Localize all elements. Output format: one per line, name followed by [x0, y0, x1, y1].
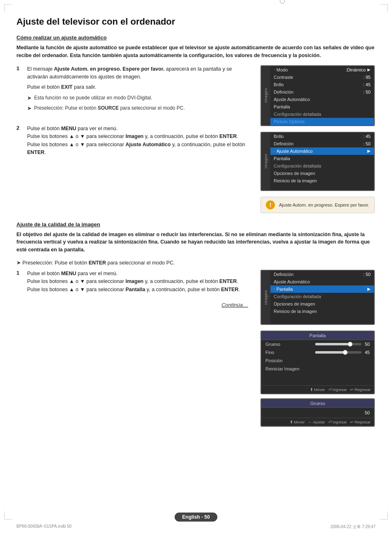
tv3-label-ajuste: Ajuste Automático — [274, 279, 371, 284]
section2-left-col: 1 Pulse el botón MENU para ver el menú. … — [16, 270, 252, 427]
section1: Cómo realizar un ajuste automático Media… — [16, 34, 376, 213]
note1-text: Esta función no se puede utilizar en mod… — [34, 94, 152, 102]
pantalla-label-reiniciar: Reiniciar Imagen — [265, 366, 370, 371]
step1-content: El mensaje Ajuste Autom. en progreso. Es… — [27, 65, 252, 113]
footer-file-left: BP68-00658A~01SPA.indb 50 — [16, 524, 71, 530]
slider-fill-fino — [315, 351, 345, 354]
pantalla-label-grueso: Grueso — [265, 342, 312, 347]
section2: Ajuste de la calidad de la imagen El obj… — [16, 221, 376, 427]
slider-thumb-fino — [343, 350, 348, 355]
tv1-row-definicion: Definición : 50 — [270, 88, 374, 96]
tv1-label-modo: Modo — [277, 67, 346, 72]
tv1-row-modo: · Modo :Dinámico ▶ — [270, 66, 374, 74]
tv1-label-config: Configuración detallada — [274, 112, 371, 117]
section1-two-col: 1 El mensaje Ajuste Autom. en progreso. … — [16, 65, 376, 213]
section1-right-col: Imagen · Modo :Dinámico ▶ Contrast — [261, 65, 376, 213]
step1-note1: ➤ Esta función no se puede utilizar en m… — [27, 94, 252, 102]
nav-regresar: ↩ Regresar — [350, 387, 371, 392]
section2-step1: 1 Pulse el botón MENU para ver el menú. … — [16, 270, 252, 294]
section2-step1-num: 1 — [16, 270, 23, 294]
tv-menu-screenshot-2: Imagen Brillo : 45 Definición : 50 — [261, 132, 375, 191]
continua-label: Continúa… — [16, 302, 248, 308]
tv1-label-ajuste: Ajuste Automático — [274, 97, 371, 102]
tv2-bullet-ajuste: · — [274, 149, 275, 153]
tv1-row-config: Configuración detallada — [270, 110, 374, 118]
tv2-row-ajuste: · Ajuste Automático ▶ — [270, 147, 374, 155]
section2-two-col: 1 Pulse el botón MENU para ver el menú. … — [16, 270, 376, 427]
section1-step2: 2 Pulse el botón MENU para ver el menú. … — [16, 125, 252, 157]
tv1-row-ajuste: Ajuste Automático — [270, 96, 374, 103]
tv3-value-definicion: : 50 — [363, 272, 371, 277]
pantalla-menu-title: Pantalla — [261, 331, 374, 340]
tv1-label-definicion: Definición — [274, 90, 363, 94]
grueso-slider-row: 50 — [261, 408, 374, 418]
tv2-label-opciones: Opciones de imagen — [274, 171, 371, 176]
pantalla-submenu: Pantalla Grueso 50 Fino — [261, 331, 375, 394]
tv3-label-reinicio: Reinicio de la imagen — [274, 309, 371, 314]
grueso-nav-ingresar: ⏎ Ingresar — [328, 420, 347, 424]
pantalla-row-fino: Fino 45 — [261, 348, 374, 356]
section2-bold-paragraph: El objetivo del ajuste de la calidad de … — [16, 231, 376, 254]
slider-thumb-grueso — [348, 342, 353, 347]
tv1-label-contraste: Contraste — [274, 75, 363, 80]
slider-fill-grueso — [315, 343, 350, 345]
tv2-label-ajuste: Ajuste Automático — [277, 149, 366, 154]
tv3-row-pantalla: · Pantalla ▶ — [270, 285, 374, 293]
tv1-label-pantalla: Pantalla — [274, 104, 371, 109]
tv2-row-opciones: Opciones de imagen — [270, 170, 374, 177]
section2-step1-line1: Pulse el botón MENU para ver el menú. — [27, 270, 252, 278]
step2-num: 2 — [16, 125, 23, 157]
nav-ingresar: ⏎ Ingresar — [328, 387, 347, 392]
section2-note1: ➤ Preselección: Pulse el botón ENTER par… — [16, 260, 376, 266]
tv1-row-picture: Picture Options — [270, 118, 374, 125]
step2-line2: Pulse los botones ▲ o ▼ para seleccionar… — [27, 133, 252, 140]
section1-bold-paragraph: Mediante la función de ajuste automático… — [16, 44, 376, 60]
tv2-row-reinicio: Reinicio de la imagen — [270, 177, 374, 184]
tv1-label-brillo: Brillo — [274, 82, 363, 87]
step1-exit-bold: EXIT — [61, 84, 73, 90]
page-title: Ajuste del televisor con el ordenador — [16, 16, 376, 27]
tv1-arrow-modo: ▶ — [367, 67, 371, 72]
step1-num: 1 — [16, 65, 23, 113]
tv3-row-config: Configuración detallada — [270, 293, 374, 300]
tv2-row-config: Configuración detallada — [270, 162, 374, 170]
tv3-menu-area: Definición : 50 Ajuste Automático · Pant… — [270, 271, 374, 324]
tv1-value-contraste: : 95 — [363, 75, 371, 80]
tv3-label-config: Configuración detallada — [274, 294, 371, 299]
tv1-value-definicion: : 50 — [363, 90, 371, 94]
tv2-sidebar-label: Imagen — [264, 154, 268, 168]
tv2-value-definicion: : 50 — [363, 141, 371, 146]
pantalla-row-posicion: Posición — [261, 356, 374, 365]
tv2-label-definicion: Definición — [274, 141, 363, 146]
section1-step1: 1 El mensaje Ajuste Autom. en progreso. … — [16, 65, 252, 113]
tv2-menu-area: Brillo : 45 Definición : 50 · Ajuste Aut… — [270, 133, 374, 190]
step1-text1: El mensaje — [27, 66, 54, 72]
tv1-row-brillo: Brillo : 45 — [270, 81, 374, 88]
note1-arrow: ➤ — [27, 94, 32, 102]
grueso-nav: ⬆ Mover ↔ Ajustar ⏎ Ingresar ↩ Regresar — [261, 418, 374, 426]
page-container: Ajuste del televisor con el ordenador Có… — [0, 0, 392, 538]
tv2-row-pantalla: Pantalla — [270, 155, 374, 162]
section2-note1-arrow: ➤ — [16, 260, 21, 266]
pantalla-value-grueso: 50 — [365, 342, 370, 347]
tv2-row-brillo: Brillo : 45 — [270, 133, 374, 140]
footer-badge: English - 50 — [175, 513, 217, 522]
tv-menu-screenshot-3: Imagen Definición : 50 Ajuste Automático — [261, 270, 375, 325]
note2-text: Preselección: Pulse el botón SOURCE para… — [34, 104, 185, 112]
tv3-row-opciones: Opciones de imagen — [270, 300, 374, 308]
section2-step1-line2: Pulse los botones ▲ o ▼ para seleccionar… — [27, 278, 252, 285]
section1-left-col: 1 El mensaje Ajuste Autom. en progreso. … — [16, 65, 252, 213]
section2-note1-text: Preselección: Pulse el botón ENTER para … — [22, 260, 175, 266]
tv2-label-brillo: Brillo — [274, 134, 363, 139]
tv3-label-definicion: Definición — [274, 272, 363, 277]
footer-file-info: BP68-00658A~01SPA.indb 50 2008-04-22 오후 … — [0, 524, 392, 530]
step2-line1: Pulse el botón MENU para ver el menú. — [27, 125, 252, 133]
pantalla-nav: ⬆ Mover ⏎ Ingresar ↩ Regresar — [261, 385, 374, 393]
tv3-label-pantalla: Pantalla — [277, 287, 366, 292]
step2-line3: Pulse los botones ▲ o ▼ para seleccionar… — [27, 141, 252, 157]
step2-content: Pulse el botón MENU para ver el menú. Pu… — [27, 125, 252, 157]
tv2-arrow-ajuste: ▶ — [367, 149, 371, 153]
step1-exit-text: Pulse el botón — [27, 84, 61, 90]
section2-right-col: Imagen Definición : 50 Ajuste Automático — [261, 270, 376, 427]
warning-box: ! Ajuste Autom. en progreso. Espere por … — [261, 197, 375, 213]
